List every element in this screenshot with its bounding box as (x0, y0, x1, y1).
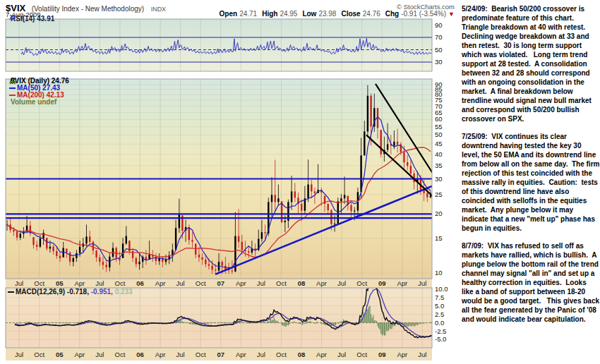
svg-text:Oct: Oct (356, 279, 367, 287)
svg-text:Jul: Jul (257, 279, 265, 287)
high-label: High (262, 10, 277, 18)
svg-text:2.5: 2.5 (435, 310, 444, 318)
svg-text:30: 30 (435, 175, 443, 183)
svg-text:55: 55 (435, 123, 443, 131)
exchange-label: INDX (151, 6, 167, 13)
svg-text:Apr: Apr (236, 351, 246, 358)
macd-legend: MACD(12,26,9) -0.718, -0.951, 0.233 (8, 288, 133, 296)
macd-legend-label: MACD(12,26,9) -0.718, (16, 288, 89, 296)
svg-text:20: 20 (435, 210, 443, 217)
svg-text:25: 25 (435, 190, 443, 198)
open-label: Open (220, 10, 238, 18)
svg-text:05: 05 (56, 279, 64, 287)
ma50-line-icon (9, 87, 16, 89)
svg-text:Oct: Oct (196, 279, 206, 287)
svg-text:Apr: Apr (316, 279, 327, 287)
svg-text:90: 90 (435, 21, 443, 29)
ohlc-quote-row: Open24.71High24.95Low23.98Close24.76Chg-… (215, 10, 455, 18)
svg-text:07: 07 (217, 279, 224, 287)
svg-text:Apr: Apr (74, 279, 85, 287)
open-value: 24.71 (239, 10, 257, 18)
note-2009-08-07: 8/7/09: VIX has refused to sell off as m… (462, 241, 600, 324)
svg-text:90: 90 (435, 80, 443, 88)
high-value: 24.95 (280, 10, 297, 18)
svg-text:Jul: Jul (176, 279, 185, 287)
close-value: 24.76 (363, 10, 380, 18)
svg-text:0.0: 0.0 (435, 319, 444, 327)
svg-text:Jul: Jul (337, 351, 346, 358)
svg-text:10.0: 10.0 (435, 285, 448, 293)
change-down-icon: ▼ (448, 11, 455, 18)
svg-text:35: 35 (435, 162, 443, 169)
svg-text:-5.0: -5.0 (435, 335, 446, 343)
price-legend: $VIX (Daily) 24.76 MA(50) 27.43 MA(200) … (9, 78, 69, 106)
svg-text:Jul: Jul (15, 279, 23, 287)
macd-line-icon (8, 291, 14, 293)
svg-text:09: 09 (378, 279, 386, 287)
svg-text:08: 08 (298, 351, 306, 358)
macd-hist-value: 0.233 (115, 288, 133, 296)
svg-text:50: 50 (435, 46, 443, 54)
svg-text:Jul: Jul (95, 351, 104, 358)
svg-text:Jul: Jul (176, 351, 185, 358)
svg-text:Apr: Apr (397, 351, 407, 358)
stockcharts-page: 9070503010152025303540455055606570758085… (0, 0, 600, 364)
svg-text:Jul: Jul (95, 279, 104, 287)
analyst-notes: 5/24/09: Bearish 50/200 crossover is pre… (462, 4, 600, 332)
svg-text:Jul: Jul (418, 351, 426, 358)
svg-text:Jul: Jul (418, 279, 426, 287)
rsi-legend: RSI(14) 43.91 (9, 15, 54, 23)
svg-text:07: 07 (217, 351, 224, 358)
svg-text:7.5: 7.5 (435, 293, 444, 301)
chg-value: -0.91 (-3.54%) (401, 10, 446, 18)
svg-text:60: 60 (435, 115, 443, 123)
svg-text:06: 06 (136, 279, 144, 287)
svg-text:08: 08 (298, 279, 306, 287)
svg-text:Apr: Apr (397, 279, 407, 287)
svg-text:50: 50 (435, 131, 443, 138)
note-2009-07-25: 7/25/09: VIX continues its clear downtre… (462, 132, 600, 233)
svg-text:Apr: Apr (74, 351, 85, 358)
svg-text:Oct: Oct (34, 279, 44, 287)
ticker-description: (Volatility Index - New Methodology) (32, 5, 145, 13)
svg-text:Jul: Jul (257, 351, 265, 358)
svg-text:Oct: Oct (276, 351, 287, 358)
svg-text:40: 40 (435, 150, 443, 158)
svg-text:Apr: Apr (236, 279, 246, 287)
svg-text:Apr: Apr (155, 351, 166, 358)
svg-text:70: 70 (435, 33, 443, 41)
svg-text:Apr: Apr (316, 351, 327, 358)
close-label: Close (341, 10, 360, 18)
note-2009-05-24: 5/24/09: Bearish 50/200 crossover is pre… (462, 4, 600, 123)
ma200-line-icon (9, 95, 16, 96)
svg-text:30: 30 (435, 58, 443, 66)
svg-text:15: 15 (435, 234, 443, 242)
svg-text:Oct: Oct (276, 279, 287, 287)
volume-legend-row: Volume undef (9, 99, 69, 106)
low-label: Low (302, 10, 316, 18)
svg-text:Jul: Jul (337, 279, 346, 287)
svg-text:06: 06 (136, 351, 144, 358)
svg-text:Oct: Oct (115, 279, 126, 287)
chart-canvas: 9070503010152025303540455055606570758085… (0, 0, 459, 364)
svg-text:Apr: Apr (155, 279, 166, 287)
svg-text:05: 05 (56, 351, 64, 358)
svg-text:09: 09 (378, 351, 386, 358)
svg-text:Oct: Oct (196, 351, 206, 358)
chart-image: 9070503010152025303540455055606570758085… (0, 0, 459, 364)
svg-text:Oct: Oct (34, 351, 44, 358)
volume-legend-label: Volume undef (11, 98, 56, 106)
low-value: 23.98 (318, 10, 336, 18)
chg-label: Chg (385, 10, 399, 18)
svg-text:-2.5: -2.5 (435, 327, 446, 335)
svg-text:Oct: Oct (115, 351, 126, 358)
svg-text:10: 10 (435, 269, 443, 277)
svg-text:5.0: 5.0 (435, 302, 444, 310)
rsi-legend-label: RSI(14) 43.91 (11, 15, 54, 23)
svg-text:45: 45 (435, 140, 443, 147)
svg-text:Oct: Oct (356, 351, 367, 358)
macd-signal-value: -0.951, (91, 288, 113, 296)
svg-text:Jul: Jul (15, 351, 23, 358)
